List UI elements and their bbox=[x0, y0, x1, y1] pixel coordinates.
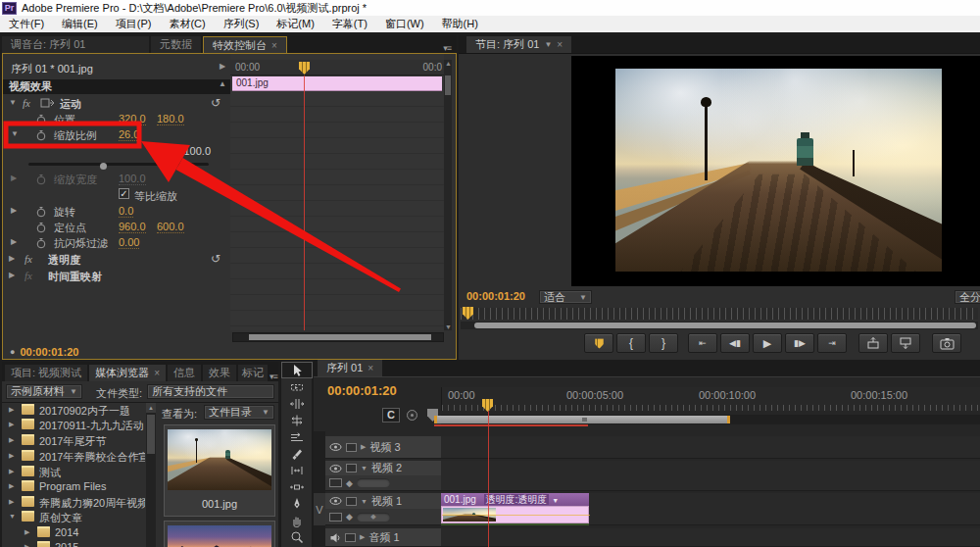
vertical-scrollbar[interactable]: ▲▼ bbox=[444, 60, 452, 330]
anchor-x-value[interactable]: 960.0 bbox=[119, 221, 146, 233]
track-header-v2[interactable]: ▼ 视频 2 ◆ bbox=[325, 461, 441, 491]
timeline-clip-001jpg[interactable]: 001.jpg 透明度:透明度 ▼ bbox=[441, 493, 589, 525]
track-lock-toggle[interactable] bbox=[346, 497, 357, 506]
track-header-a1[interactable]: ▶ 音频 1 bbox=[325, 528, 441, 547]
motion-effect-row[interactable]: ▼ fx 运动 ↺ bbox=[3, 96, 230, 111]
panel-menu-icon[interactable]: ▾≡ bbox=[270, 372, 278, 381]
track-select-tool[interactable] bbox=[281, 378, 313, 395]
program-scrollbar[interactable] bbox=[461, 322, 978, 329]
menu-marker[interactable]: 标记(M) bbox=[268, 17, 323, 31]
media-thumbnail-image[interactable] bbox=[168, 525, 271, 547]
mini-timeline-clip[interactable]: 001.jpg bbox=[232, 76, 442, 91]
toggle-track-output-icon[interactable] bbox=[329, 464, 342, 473]
chevron-down-icon[interactable]: ▼ bbox=[552, 497, 559, 504]
chevron-down-icon[interactable]: ▼ bbox=[361, 465, 368, 472]
step-forward-button[interactable]: ▮▶ bbox=[785, 333, 814, 353]
lift-button[interactable] bbox=[858, 333, 888, 353]
program-timecode[interactable]: 00:00:01:20 bbox=[466, 290, 525, 302]
effect-panel-timecode[interactable]: 00:00:01:20 bbox=[20, 346, 78, 358]
work-area-bar[interactable] bbox=[434, 416, 730, 423]
mini-timeline-ruler[interactable]: 00:00 00:0 bbox=[230, 60, 444, 75]
track-lane-v3[interactable] bbox=[441, 436, 980, 459]
close-icon[interactable]: × bbox=[557, 39, 563, 50]
tab-metadata[interactable]: 元数据 bbox=[151, 36, 201, 53]
track-lock-toggle[interactable] bbox=[345, 533, 356, 542]
playhead-marker-icon[interactable] bbox=[299, 62, 310, 75]
tree-item[interactable]: ▶20170902内子一题 bbox=[2, 403, 145, 418]
menu-sequence[interactable]: 序列(S) bbox=[215, 17, 269, 31]
resolution-dropdown[interactable]: 全分 bbox=[955, 290, 980, 304]
timeline-playhead-line[interactable] bbox=[488, 411, 489, 547]
reset-effect-icon[interactable]: ↺ bbox=[211, 96, 220, 110]
chevron-right-icon[interactable]: ▶ bbox=[360, 533, 365, 541]
clip-header[interactable]: 001.jpg 透明度:透明度 ▼ bbox=[441, 493, 589, 506]
keyframe-nav-control[interactable] bbox=[357, 478, 390, 487]
media-thumbnail-card[interactable]: 001.jpg bbox=[164, 424, 275, 517]
chevron-right-icon[interactable]: ▶ bbox=[11, 174, 17, 182]
slider-knob[interactable] bbox=[100, 163, 107, 170]
chevron-down-icon[interactable]: ▼ bbox=[361, 498, 368, 505]
tab-media-browser[interactable]: 媒体浏览器× bbox=[89, 365, 166, 381]
tree-item[interactable]: ▶2017年尾牙节 bbox=[2, 433, 145, 448]
step-back-button[interactable]: ◀▮ bbox=[720, 333, 750, 353]
set-encore-marker-button[interactable] bbox=[407, 410, 417, 421]
tab-info[interactable]: 信息 bbox=[168, 365, 201, 381]
panel-menu-icon[interactable]: ▾≡ bbox=[443, 43, 457, 53]
position-x-value[interactable]: 320.0 bbox=[119, 113, 146, 125]
zoom-level-dropdown[interactable]: 适合▼ bbox=[539, 290, 592, 304]
keyframe-icon[interactable]: ◆ bbox=[346, 478, 353, 488]
pen-tool[interactable] bbox=[281, 495, 313, 512]
track-lane-v1[interactable]: 001.jpg 透明度:透明度 ▼ bbox=[441, 493, 980, 525]
tab-markers[interactable]: 标记 bbox=[238, 365, 268, 381]
track-lock-toggle[interactable] bbox=[346, 443, 357, 452]
mark-out-button[interactable]: } bbox=[649, 333, 678, 353]
chevron-right-icon[interactable]: ▶ bbox=[11, 237, 17, 246]
keyframe-nav-control[interactable]: ◆ bbox=[357, 513, 390, 522]
set-display-style-icon[interactable] bbox=[329, 478, 342, 487]
video-effects-section[interactable]: 视频效果 ▲ bbox=[3, 79, 230, 94]
chevron-down-icon[interactable]: ▼ bbox=[544, 40, 552, 49]
track-header-v1[interactable]: ▼ 视频 1 ◆ ◆ bbox=[325, 493, 441, 525]
scrollbar-thumb[interactable] bbox=[474, 323, 976, 328]
tree-item[interactable]: ▶2014 bbox=[2, 525, 145, 540]
anti-flicker-value[interactable]: 0.00 bbox=[119, 236, 139, 249]
razor-tool[interactable] bbox=[281, 445, 313, 462]
menu-help[interactable]: 帮助(H) bbox=[433, 17, 487, 31]
track-lane-v2[interactable] bbox=[441, 461, 980, 491]
clip-body[interactable] bbox=[441, 506, 589, 523]
scrollbar-thumb[interactable] bbox=[147, 415, 155, 454]
media-thumbnail-image[interactable] bbox=[168, 429, 271, 490]
collapse-section-icon[interactable]: ▲ bbox=[219, 79, 226, 88]
track-header-v3[interactable]: ▶ 视频 3 bbox=[325, 436, 441, 459]
go-to-out-button[interactable]: ⇥ bbox=[817, 333, 847, 353]
timeline-ruler[interactable]: 00:00 00:00:05:00 00:00:10:00 00:00:15:0… bbox=[441, 387, 980, 411]
bin-dropdown[interactable]: 示例原材料▼ bbox=[6, 384, 82, 399]
work-area-track[interactable] bbox=[441, 415, 980, 424]
menu-window[interactable]: 窗口(W) bbox=[376, 17, 433, 31]
speaker-icon[interactable] bbox=[329, 532, 341, 543]
stopwatch-icon[interactable] bbox=[35, 237, 47, 249]
tab-program-monitor[interactable]: 节目: 序列 01▼× bbox=[466, 36, 571, 53]
menu-edit[interactable]: 编辑(E) bbox=[53, 17, 107, 31]
chevron-right-icon[interactable]: ▶ bbox=[9, 254, 15, 263]
chevron-right-icon[interactable]: ▶ bbox=[361, 443, 366, 451]
menu-clip[interactable]: 素材(C) bbox=[160, 17, 214, 31]
opacity-effect-row[interactable]: ▶ fx 透明度 ↺ bbox=[3, 252, 230, 267]
program-time-ruler[interactable] bbox=[461, 308, 978, 320]
time-remapping-row[interactable]: ▶ fx 时间重映射 bbox=[3, 269, 230, 283]
add-marker-button[interactable] bbox=[584, 333, 613, 353]
tab-audio-mixer[interactable]: 调音台: 序列 01 bbox=[2, 36, 149, 53]
scroll-up-icon[interactable]: ▲ bbox=[146, 403, 156, 413]
ripple-edit-tool[interactable] bbox=[281, 395, 313, 412]
menu-project[interactable]: 项目(P) bbox=[107, 17, 161, 31]
stopwatch-icon[interactable] bbox=[35, 206, 47, 218]
chevron-down-icon[interactable]: ▼ bbox=[11, 129, 19, 138]
horizontal-scrollbar[interactable] bbox=[232, 332, 444, 342]
video-track-rail-label[interactable]: V bbox=[314, 493, 325, 525]
extract-button[interactable] bbox=[891, 333, 920, 353]
close-icon[interactable]: × bbox=[271, 40, 277, 51]
file-type-field[interactable]: 所有支持的文件 bbox=[147, 384, 274, 399]
position-y-value[interactable]: 180.0 bbox=[157, 113, 184, 125]
toggle-track-output-icon[interactable] bbox=[329, 442, 342, 452]
stopwatch-icon[interactable] bbox=[35, 222, 47, 233]
